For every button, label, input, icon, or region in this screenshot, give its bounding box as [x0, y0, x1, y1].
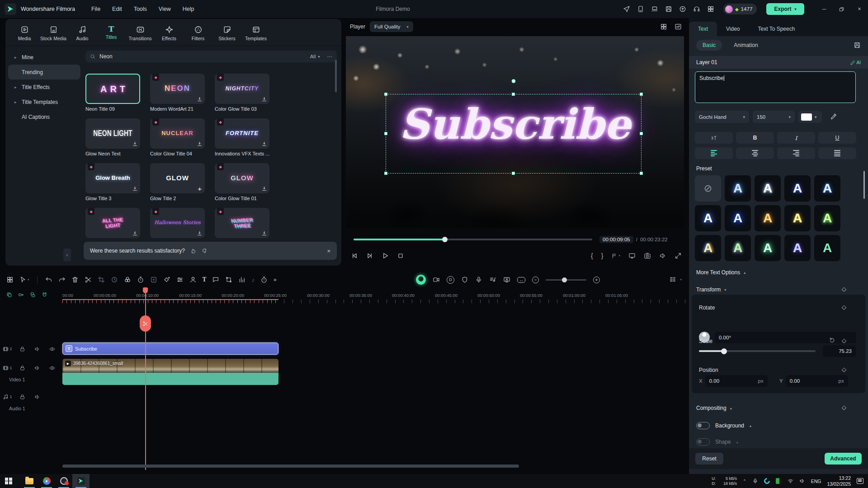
- next-frame-button[interactable]: [366, 252, 373, 259]
- collapse-sidebar-button[interactable]: ‹: [63, 249, 71, 261]
- crop-icon[interactable]: [98, 276, 105, 283]
- timeline-zoom-slider[interactable]: [546, 279, 586, 281]
- device-check-icon[interactable]: [637, 5, 644, 13]
- preset-none[interactable]: ⊘: [695, 175, 721, 202]
- keyframe-diamond-icon[interactable]: ◇: [842, 404, 846, 411]
- keyframe-icon[interactable]: [163, 276, 170, 283]
- shape-toggle[interactable]: [696, 438, 710, 446]
- tab-filters[interactable]: Filters: [184, 23, 212, 46]
- wifi-icon[interactable]: [788, 478, 793, 484]
- layer-header[interactable]: Layer 01 AI: [689, 56, 868, 69]
- text-orientation-button[interactable]: [695, 132, 733, 144]
- video-clip[interactable]: ▶39836-424360861_small: [62, 359, 278, 385]
- template-card[interactable]: ◆ALL THE LIGHT: [85, 208, 140, 238]
- align-justify-button[interactable]: [818, 147, 856, 159]
- marker-button[interactable]: ▾: [611, 253, 620, 259]
- template-card[interactable]: ◆GLOW Color Glow Title 01: [215, 163, 269, 201]
- sidebar-item-ai-captions[interactable]: AI Captions: [8, 109, 80, 124]
- tab-audio[interactable]: Audio: [68, 23, 97, 46]
- tray-app-icon[interactable]: [763, 477, 771, 485]
- delete-icon[interactable]: [71, 276, 79, 283]
- search-bar[interactable]: All▾ ⋯: [85, 51, 337, 62]
- audio-meter-icon[interactable]: [238, 276, 245, 283]
- mute-button[interactable]: [659, 252, 666, 259]
- speed-icon[interactable]: [111, 276, 118, 283]
- close-icon[interactable]: ×: [327, 248, 330, 254]
- more-icon[interactable]: »: [274, 277, 277, 283]
- scale-slider[interactable]: [699, 350, 816, 352]
- preview-canvas[interactable]: Subscribe: [346, 36, 684, 228]
- subtab-animation[interactable]: Animation: [734, 42, 758, 48]
- resize-handle[interactable]: [512, 93, 515, 96]
- download-icon[interactable]: [132, 186, 138, 192]
- preview-render-icon[interactable]: D: [447, 276, 454, 284]
- font-color-picker[interactable]: ▾: [798, 111, 822, 123]
- fullscreen-button[interactable]: [675, 252, 682, 259]
- zoom-in-icon[interactable]: +: [593, 277, 600, 283]
- save-preset-icon[interactable]: [854, 42, 861, 49]
- rotate-handle[interactable]: [512, 79, 516, 83]
- share-icon[interactable]: [679, 5, 686, 13]
- align-left-button[interactable]: [695, 147, 733, 159]
- reset-scale-icon[interactable]: [829, 337, 835, 343]
- scopes-icon[interactable]: [675, 23, 682, 30]
- notification-center-icon[interactable]: [857, 478, 863, 484]
- fit-timeline-icon[interactable]: ↔: [517, 277, 525, 283]
- template-card[interactable]: GLOW+ Glow Title 2: [150, 163, 205, 201]
- adjust-icon[interactable]: [176, 276, 184, 283]
- account-credits[interactable]: ◆ 1477: [723, 4, 757, 14]
- scale-slider-handle[interactable]: [721, 348, 727, 354]
- tray-app-icon[interactable]: [776, 478, 782, 484]
- more-text-options[interactable]: More Text Options▴: [696, 269, 745, 276]
- snapshot-button[interactable]: [644, 252, 651, 259]
- tab-text-to-speech[interactable]: Text To Speech: [749, 22, 804, 36]
- preview-display-button[interactable]: [628, 252, 636, 259]
- avatar[interactable]: [725, 5, 733, 13]
- sidebar-item-title-effects[interactable]: ▸Title Effects: [8, 80, 80, 94]
- transform-section-header[interactable]: Transform▾: [696, 286, 726, 293]
- text-content-input[interactable]: Subscribe: [695, 71, 856, 103]
- tray-expand-icon[interactable]: ⌃: [743, 479, 746, 483]
- preset-tile[interactable]: A: [784, 235, 811, 261]
- download-icon[interactable]: [197, 141, 203, 147]
- duration-icon[interactable]: [137, 276, 144, 283]
- menu-file[interactable]: File: [91, 6, 100, 12]
- undo-icon[interactable]: [45, 276, 52, 283]
- tab-stickers[interactable]: Stickers: [212, 23, 241, 46]
- download-icon[interactable]: [197, 230, 203, 236]
- quality-dropdown[interactable]: Full Quality▾: [370, 21, 413, 32]
- resize-handle[interactable]: [384, 172, 387, 175]
- color-icon[interactable]: [124, 276, 131, 283]
- resize-handle[interactable]: [640, 132, 643, 135]
- template-card[interactable]: ◆Halloween Stories: [150, 208, 205, 238]
- chrome-icon[interactable]: [38, 474, 55, 488]
- align-right-button[interactable]: [777, 147, 815, 159]
- restore-button[interactable]: [834, 0, 849, 18]
- multiview-icon[interactable]: [660, 23, 667, 30]
- compositing-section-header[interactable]: Compositing▴: [696, 405, 732, 411]
- previous-frame-button[interactable]: [351, 252, 358, 259]
- music-icon[interactable]: ♪: [251, 277, 255, 283]
- template-card[interactable]: ◆NUCLEAR Color Glow Title 04: [150, 118, 205, 156]
- mask-icon[interactable]: [461, 276, 468, 283]
- tab-effects[interactable]: Effects: [155, 23, 184, 46]
- keyframe-diamond-icon[interactable]: ◇: [842, 366, 846, 373]
- ai-write-icon[interactable]: AI: [850, 60, 861, 66]
- microphone-tray-icon[interactable]: [752, 478, 758, 484]
- preset-tile[interactable]: A: [814, 175, 840, 202]
- download-icon[interactable]: [132, 230, 138, 236]
- tab-transitions[interactable]: Transitions: [126, 23, 155, 46]
- tab-text[interactable]: Text: [689, 22, 717, 36]
- mark-in-button[interactable]: {: [591, 252, 593, 259]
- hide-track-icon[interactable]: [49, 365, 55, 371]
- screen-record-icon[interactable]: [433, 276, 440, 283]
- file-explorer-icon[interactable]: [21, 474, 38, 488]
- subtab-basic[interactable]: Basic: [696, 40, 722, 51]
- redo-icon[interactable]: [58, 276, 66, 283]
- save-icon[interactable]: [665, 5, 672, 13]
- preset-tile[interactable]: A: [725, 205, 751, 231]
- sidebar-item-trending[interactable]: Trending: [8, 65, 80, 80]
- obs-icon[interactable]: [55, 474, 72, 488]
- template-card[interactable]: ◆Glow Breath Glow Title 3: [85, 163, 140, 201]
- speech-to-text-icon[interactable]: [212, 276, 219, 283]
